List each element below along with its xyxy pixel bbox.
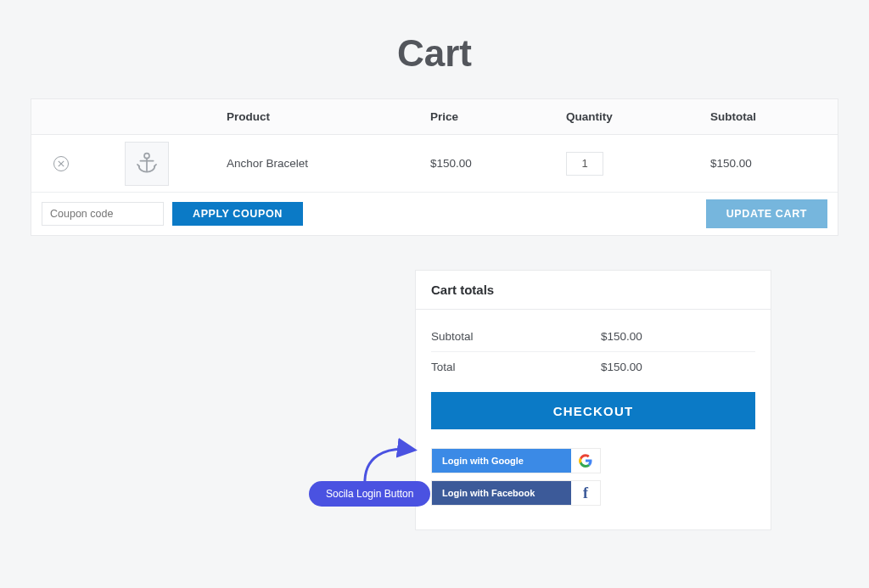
cart-table: Product Price Quantity Subtotal: [31, 98, 838, 236]
coupon-input[interactable]: [42, 202, 164, 226]
anchor-icon: [132, 149, 161, 178]
totals-subtotal-row: Subtotal $150.00: [431, 322, 755, 352]
col-header-subtotal: Subtotal: [710, 110, 838, 123]
login-google-label: Login with Google: [432, 449, 571, 473]
totals-subtotal-value: $150.00: [601, 330, 642, 343]
col-header-product: Product: [227, 110, 430, 123]
annotation-label: Socila Login Button: [309, 481, 430, 507]
svg-point-0: [144, 153, 149, 158]
col-header-qty: Quantity: [566, 110, 710, 123]
apply-coupon-button[interactable]: APPLY COUPON: [172, 202, 303, 226]
page-title: Cart: [0, 0, 869, 98]
col-header-price: Price: [430, 110, 566, 123]
product-thumbnail[interactable]: [125, 142, 169, 186]
close-icon: [58, 160, 64, 167]
totals-total-value: $150.00: [601, 361, 642, 373]
login-facebook-label: Login with Facebook: [432, 481, 571, 505]
totals-subtotal-label: Subtotal: [431, 330, 601, 343]
google-icon: [571, 449, 600, 473]
login-facebook-button[interactable]: Login with Facebook f: [431, 480, 601, 506]
table-row: Anchor Bracelet $150.00 $150.00: [31, 135, 838, 193]
cart-totals-panel: Cart totals Subtotal $150.00 Total $150.…: [415, 270, 771, 530]
totals-heading: Cart totals: [416, 271, 771, 310]
update-cart-button[interactable]: UPDATE CART: [706, 199, 827, 228]
quantity-stepper[interactable]: [566, 152, 603, 176]
cart-header: Product Price Quantity Subtotal: [31, 99, 838, 135]
login-google-button[interactable]: Login with Google: [431, 448, 601, 473]
social-login-group: Login with Google Login with Facebook f: [431, 448, 755, 506]
product-name[interactable]: Anchor Bracelet: [227, 157, 430, 170]
cart-actions: APPLY COUPON UPDATE CART: [31, 193, 838, 235]
product-price: $150.00: [430, 157, 566, 170]
checkout-button[interactable]: CHECKOUT: [431, 392, 755, 429]
totals-total-row: Total $150.00: [431, 352, 755, 382]
facebook-icon: f: [571, 481, 600, 505]
product-subtotal: $150.00: [710, 157, 838, 170]
totals-total-label: Total: [431, 361, 601, 373]
remove-item-button[interactable]: [53, 156, 69, 171]
